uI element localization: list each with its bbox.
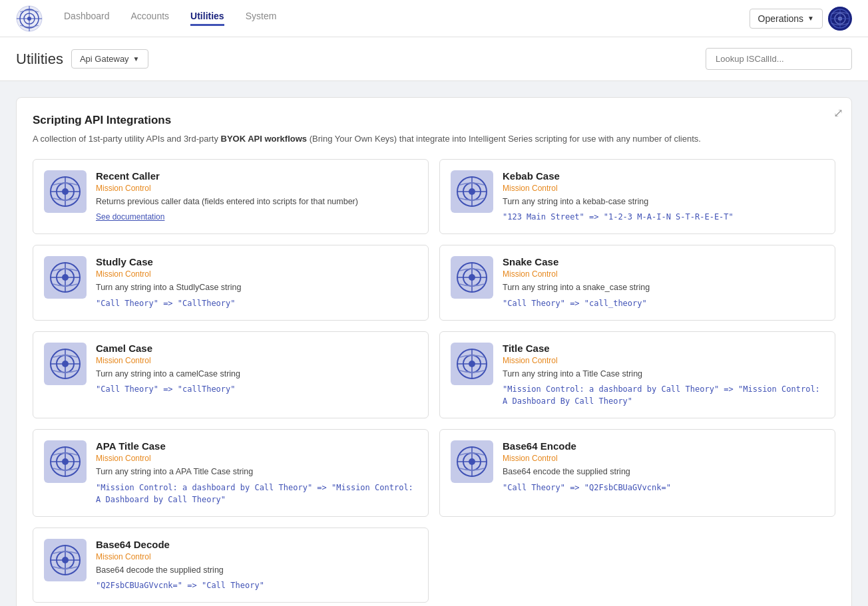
nav-bar: Dashboard Accounts Utilities System Oper… — [0, 0, 868, 37]
api-grid-single: Base64 Decode Mission Control Base64 dec… — [33, 528, 835, 603]
page-title: Utilities — [16, 51, 63, 68]
operations-dropdown[interactable]: Operations ▼ — [750, 9, 823, 29]
api-name: Base64 Decode — [96, 539, 417, 550]
section-description: A collection of 1st-party utility APIs a… — [33, 132, 835, 146]
api-grid: Recent Caller Mission Control Returns pr… — [33, 159, 835, 517]
nav-right: Operations ▼ — [750, 7, 852, 31]
api-card-camel-case[interactable]: Camel Case Mission Control Turn any stri… — [33, 331, 429, 419]
api-card-kebab-case[interactable]: Kebab Case Mission Control Turn any stri… — [439, 159, 835, 235]
api-desc: Base64 decode the supplied string — [96, 565, 417, 577]
api-desc: Turn any string into a kebab-case string — [503, 196, 824, 208]
lookup-input[interactable] — [706, 48, 852, 70]
nav-dashboard[interactable]: Dashboard — [64, 11, 110, 26]
api-logo-base64-encode — [451, 440, 493, 483]
api-example: "Mission Control: a dashboard by Call Th… — [503, 383, 824, 407]
api-provider: Mission Control — [503, 269, 824, 279]
api-logo-title-case — [451, 343, 493, 385]
api-card-snake-case[interactable]: Snake Case Mission Control Turn any stri… — [439, 245, 835, 321]
api-desc: Turn any string into a StudlyCase string — [96, 282, 417, 294]
api-desc: Turn any string into a Title Case string — [503, 369, 824, 380]
nav-system[interactable]: System — [246, 11, 277, 26]
nav-accounts[interactable]: Accounts — [131, 11, 170, 26]
api-example: "123 Main Street" => "1-2-3 M-A-I-N S-T-… — [503, 211, 824, 223]
api-provider: Mission Control — [96, 356, 417, 365]
api-provider: Mission Control — [96, 269, 417, 279]
api-desc: Turn any string into a snake_case string — [503, 282, 824, 294]
api-provider: Mission Control — [503, 356, 824, 365]
api-provider: Mission Control — [96, 552, 417, 561]
api-provider: Mission Control — [503, 184, 824, 193]
api-card-title-case[interactable]: Title Case Mission Control Turn any stri… — [439, 331, 835, 419]
api-name: Studly Case — [96, 256, 417, 267]
api-desc: Turn any string into a camelCase string — [96, 369, 417, 380]
api-card-base64-decode[interactable]: Base64 Decode Mission Control Base64 dec… — [33, 528, 429, 603]
api-name: Camel Case — [96, 343, 417, 354]
api-name: Base64 Encode — [503, 440, 824, 452]
api-logo-camel-case — [44, 343, 87, 385]
page-header: Utilities Api Gateway ▼ — [0, 37, 868, 81]
api-example: "Call Theory" => "callTheory" — [96, 383, 417, 395]
chevron-down-icon: ▼ — [807, 15, 814, 22]
api-provider: Mission Control — [96, 184, 417, 193]
api-logo-apa-title-case — [44, 440, 87, 483]
api-name: Kebab Case — [503, 170, 824, 182]
api-provider: Mission Control — [96, 454, 417, 463]
nav-utilities[interactable]: Utilities — [190, 11, 224, 26]
api-card-base64-encode[interactable]: Base64 Encode Mission Control Base64 enc… — [439, 429, 835, 517]
api-name: Title Case — [503, 343, 824, 354]
api-logo-recent-caller — [44, 170, 87, 213]
api-logo-snake-case — [451, 256, 493, 299]
api-example: "Call Theory" => "Q2FsbCBUaGVvcnk=" — [503, 482, 824, 494]
api-gateway-dropdown[interactable]: Api Gateway ▼ — [71, 49, 148, 69]
api-example: "Call Theory" => "CallTheory" — [96, 297, 417, 309]
api-name: Snake Case — [503, 256, 824, 267]
api-doc-link[interactable]: See documentation — [96, 212, 164, 222]
api-provider: Mission Control — [503, 454, 824, 463]
api-desc: Returns previous caller data (fields ent… — [96, 196, 417, 208]
api-card-recent-caller[interactable]: Recent Caller Mission Control Returns pr… — [33, 159, 429, 235]
api-desc: Base64 encode the supplied string — [503, 466, 824, 478]
section-title: Scripting API Integrations — [33, 114, 835, 127]
api-example: "Mission Control: a dashboard by Call Th… — [96, 482, 417, 506]
api-example: "Q2FsbCBUaGVvcnk=" => "Call Theory" — [96, 579, 417, 591]
api-logo-studly-case — [44, 256, 87, 299]
scripting-api-card: ⤢ Scripting API Integrations A collectio… — [16, 97, 852, 606]
nav-links: Dashboard Accounts Utilities System — [64, 11, 750, 26]
main-content: ⤢ Scripting API Integrations A collectio… — [0, 81, 868, 606]
api-logo-base64-decode — [44, 539, 87, 581]
api-card-apa-title-case[interactable]: APA Title Case Mission Control Turn any … — [33, 429, 429, 517]
api-card-studly-case[interactable]: Studly Case Mission Control Turn any str… — [33, 245, 429, 321]
api-name: Recent Caller — [96, 170, 417, 182]
app-logo[interactable] — [16, 5, 43, 32]
expand-button[interactable]: ⤢ — [833, 106, 843, 120]
api-desc: Turn any string into a APA Title Case st… — [96, 466, 417, 478]
api-name: APA Title Case — [96, 440, 417, 452]
api-logo-kebab-case — [451, 170, 493, 213]
api-example: "Call Theory" => "call_theory" — [503, 297, 824, 309]
chevron-down-icon: ▼ — [133, 55, 140, 63]
user-avatar[interactable] — [828, 7, 852, 31]
